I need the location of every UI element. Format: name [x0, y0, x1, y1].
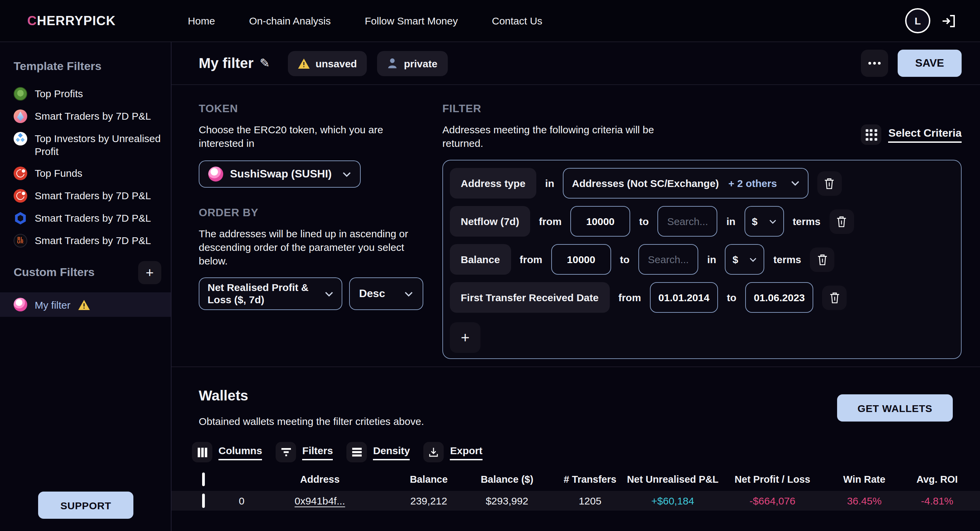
- delete-criteria-button[interactable]: [829, 209, 854, 233]
- sidebar-item-top-investors[interactable]: Top Investors by Unrealised Profit: [0, 132, 171, 158]
- sidebar-item-smart-traders-1[interactable]: Smart Traders by 7D P&L: [0, 109, 171, 123]
- sidebar-item-smart-traders-2[interactable]: Smart Traders by 7D P&L: [0, 189, 171, 203]
- header-net-unrealised[interactable]: Net Unrealised P&L: [624, 474, 722, 485]
- orderby-direction-select[interactable]: Desc: [349, 277, 423, 310]
- sidebar-item-top-funds[interactable]: Top Funds: [0, 166, 171, 180]
- brand-logo[interactable]: CHERRYPICK: [27, 13, 116, 28]
- sushi-coin-icon: [208, 166, 223, 182]
- netflow-from-input[interactable]: [570, 206, 630, 236]
- orderby-description: The addresses will be lined up in ascend…: [199, 227, 417, 268]
- download-icon: [424, 442, 444, 462]
- header-net-pl[interactable]: Net Profit / Loss: [722, 474, 823, 485]
- in-label: in: [545, 178, 554, 189]
- header-avg-roi[interactable]: Avg. ROI: [906, 474, 969, 485]
- sidebar-item-label: Smart Traders by 7D P&L: [35, 211, 151, 224]
- more-options-button[interactable]: [861, 50, 888, 77]
- nav-item-home[interactable]: Home: [188, 15, 215, 27]
- header-address[interactable]: Address: [259, 474, 381, 485]
- chevron-down-icon: [749, 257, 757, 262]
- cell-index: 0: [224, 495, 259, 507]
- token-select[interactable]: SushiSwap (SUSHI): [199, 160, 361, 188]
- add-criteria-button[interactable]: +: [450, 322, 480, 353]
- page-title: My filter ✎: [199, 55, 270, 71]
- delete-criteria-button[interactable]: [810, 247, 835, 272]
- add-custom-filter-button[interactable]: +: [138, 261, 161, 284]
- balance-from-input[interactable]: [551, 244, 611, 275]
- columns-button[interactable]: Columns: [192, 442, 262, 462]
- logout-icon[interactable]: [940, 13, 957, 29]
- address-link[interactable]: 0x941b4f...: [295, 495, 345, 507]
- criteria-row-balance: Balance from to in $: [450, 244, 954, 275]
- filter-column: FILTER Addresses meeting the following c…: [442, 103, 962, 366]
- edit-pencil-icon[interactable]: ✎: [259, 56, 270, 71]
- sushi-coin-icon: [14, 298, 27, 311]
- first-transfer-to-input[interactable]: [745, 282, 813, 313]
- first-transfer-from-input[interactable]: [650, 282, 718, 313]
- chainlink-coin-icon: [14, 211, 27, 225]
- density-icon: [347, 442, 367, 462]
- export-label: Export: [450, 444, 482, 460]
- sidebar-item-label: Smart Traders by 7D P&L: [35, 234, 151, 247]
- nav-right: L: [905, 8, 957, 33]
- header-balance-usd[interactable]: Balance ($): [467, 474, 547, 485]
- export-button[interactable]: Export: [424, 442, 482, 462]
- address-type-extra: + 2 others: [729, 178, 777, 189]
- select-all-checkbox[interactable]: [192, 474, 215, 485]
- app-root: CHERRYPICK Home On-chain Analysis Follow…: [0, 0, 980, 531]
- columns-label: Columns: [218, 444, 262, 460]
- cell-balance-usd: $293,992: [467, 495, 547, 507]
- to-label: to: [727, 292, 737, 303]
- sidebar-item-smart-traders-4[interactable]: Smart Traders by 7D P&L: [0, 234, 171, 247]
- nav-item-follow-smart-money[interactable]: Follow Smart Money: [365, 15, 458, 27]
- balance-unit-select[interactable]: $: [725, 244, 765, 275]
- sidebar-item-label: Top Funds: [35, 166, 82, 179]
- balance-to-input[interactable]: [638, 244, 698, 275]
- to-label: to: [639, 216, 649, 227]
- netflow-to-input[interactable]: [658, 206, 718, 236]
- nav-item-contact-us[interactable]: Contact Us: [492, 15, 542, 27]
- terms-label: terms: [792, 216, 821, 227]
- chevron-down-icon: [324, 291, 333, 297]
- sidebar-item-smart-traders-3[interactable]: Smart Traders by 7D P&L: [0, 211, 171, 225]
- delete-criteria-button[interactable]: [817, 171, 842, 195]
- red-ring-coin-icon: [14, 166, 27, 180]
- cell-avg-roi: -4.81%: [906, 495, 969, 507]
- chevron-down-icon: [791, 180, 799, 186]
- chevron-down-icon: [769, 219, 776, 224]
- my-filter-label: My filter: [35, 299, 70, 311]
- from-label: from: [520, 254, 542, 265]
- filters-button[interactable]: Filters: [275, 442, 333, 462]
- address-type-select[interactable]: Addresses (Not SC/Exchange) + 2 others: [563, 168, 808, 198]
- header-balance[interactable]: Balance: [391, 474, 467, 485]
- netflow-unit-select[interactable]: $: [744, 206, 784, 236]
- nav-links: Home On-chain Analysis Follow Smart Mone…: [188, 15, 542, 27]
- get-wallets-button[interactable]: GET WALLETS: [837, 394, 953, 422]
- page-title-text: My filter: [199, 55, 253, 71]
- sidebar-item-label: Top Investors by Unrealised Profit: [35, 132, 161, 158]
- brand-rest: HERRYPICK: [37, 13, 115, 27]
- orderby-param-select[interactable]: Net Realised Profit & Loss ($, 7d): [199, 277, 342, 310]
- header-win-rate[interactable]: Win Rate: [823, 474, 906, 485]
- header-actions: SAVE: [861, 50, 962, 77]
- sidebar-item-my-filter[interactable]: My filter: [0, 292, 171, 317]
- token-select-value: SushiSwap (SUSHI): [230, 168, 332, 180]
- nav-item-onchain-analysis[interactable]: On-chain Analysis: [249, 15, 331, 27]
- support-button[interactable]: SUPPORT: [38, 491, 134, 519]
- sidebar-item-top-profits[interactable]: Top Profits: [0, 87, 171, 101]
- avatar[interactable]: L: [905, 8, 930, 33]
- eth-drop-coin-icon: [14, 109, 27, 123]
- select-criteria-link[interactable]: Select Criteria: [861, 124, 962, 145]
- warning-icon: [78, 300, 89, 310]
- save-button[interactable]: SAVE: [898, 50, 962, 77]
- filter-description: Addresses meeting the following criteria…: [442, 123, 667, 150]
- token-order-column: TOKEN Choose the ERC20 token, which you …: [199, 103, 423, 366]
- template-filters-list: Top Profits Smart Traders by 7D P&L Top: [0, 87, 171, 247]
- row-checkbox[interactable]: [192, 495, 215, 507]
- brand-first-letter: C: [27, 13, 37, 27]
- delete-criteria-button[interactable]: [822, 285, 846, 310]
- filter-section-label: FILTER: [442, 103, 962, 115]
- orderby-direction-value: Desc: [359, 288, 385, 300]
- density-button[interactable]: Density: [347, 442, 410, 462]
- custom-filters-title: Custom Filters: [14, 266, 95, 279]
- header-transfers[interactable]: # Transfers: [557, 474, 624, 485]
